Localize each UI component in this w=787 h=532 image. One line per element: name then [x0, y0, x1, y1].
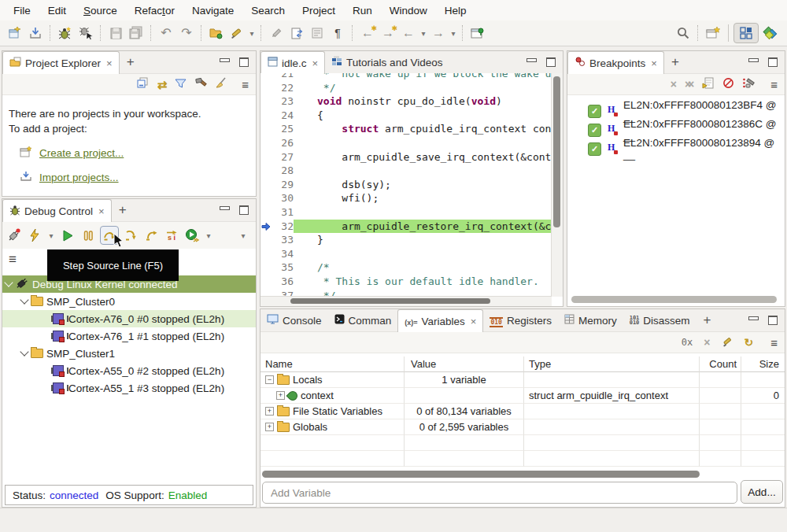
tab-console[interactable]: Console — [260, 309, 328, 331]
pin-editor-icon[interactable] — [467, 24, 488, 42]
tab-variables[interactable]: (x)=Variables× — [397, 309, 483, 332]
minimize-icon[interactable] — [748, 316, 759, 320]
new-view-tab-button[interactable]: + — [696, 309, 719, 331]
add-variable-input[interactable] — [262, 482, 737, 504]
column-header-count[interactable]: Count — [700, 357, 741, 372]
maximize-icon[interactable] — [768, 316, 778, 325]
forward-history-chevron-icon[interactable]: ▾ — [449, 29, 458, 38]
remove-breakpoint-icon[interactable]: × — [671, 78, 677, 91]
code-line[interactable]: 30 wfi(); — [260, 191, 552, 205]
skip-all-breakpoints-icon[interactable] — [722, 77, 734, 91]
expand-chevron-icon[interactable] — [20, 347, 28, 356]
add-variable-button[interactable]: Add... — [741, 480, 783, 504]
breakpoint-row[interactable]: ✓HEL2N:0xFFFF800080123894 @ __ — [567, 139, 785, 158]
code-line[interactable]: 28 — [260, 164, 552, 178]
show-whitespace-icon[interactable]: ¶ — [327, 24, 348, 42]
toolbar-overflow-chevron-icon[interactable]: ▾ — [238, 231, 248, 240]
new-window-icon[interactable] — [5, 24, 25, 42]
minimize-icon[interactable] — [220, 206, 230, 210]
tree-item-core[interactable]: Cortex-A55_0 #2 stopped (EL2h) — [2, 362, 256, 379]
view-menu-icon[interactable]: ≡ — [770, 78, 778, 91]
menu-source[interactable]: Source — [75, 2, 126, 19]
variables-row[interactable]: +File Static Variables0 of 80,134 variab… — [260, 404, 785, 419]
maximize-icon[interactable] — [239, 205, 249, 215]
variables-horizontal-scrollbar[interactable] — [262, 471, 700, 478]
menu-navigate[interactable]: Navigate — [183, 2, 242, 19]
back-icon[interactable]: ← — [398, 24, 419, 42]
collapse-all-icon[interactable] — [137, 77, 150, 91]
last-edit-back-icon[interactable]: ←✱ — [357, 24, 378, 42]
tree-item-core[interactable]: Cortex-A55_1 #3 stopped (EL2h) — [2, 379, 256, 397]
scrollbar-thumb[interactable] — [571, 296, 777, 303]
go-to-file-icon[interactable] — [702, 77, 715, 91]
save-all-icon[interactable] — [126, 24, 146, 42]
connect-chevron-icon[interactable]: ▾ — [46, 231, 56, 240]
menu-edit[interactable]: Edit — [39, 2, 75, 19]
back-history-chevron-icon[interactable]: ▾ — [419, 29, 428, 38]
remove-icon[interactable]: × — [704, 336, 710, 349]
save-icon[interactable] — [105, 24, 126, 42]
open-element-icon[interactable] — [206, 24, 227, 42]
compare-doc-icon[interactable] — [286, 24, 307, 42]
run-to-chevron-icon[interactable]: ▾ — [204, 231, 213, 240]
menu-refactor[interactable]: Refactor — [126, 2, 183, 19]
code-line[interactable]: 33} — [260, 233, 552, 247]
tab-tutorials-and-videos[interactable]: Tutorials and Videos — [325, 51, 449, 73]
tree-item-cluster[interactable]: SMP_Cluster0 — [2, 293, 256, 310]
refresh-icon[interactable]: ↻ — [745, 337, 754, 348]
code-line[interactable]: 29 dsb(sy); — [260, 178, 552, 192]
code-line[interactable]: 27 arm_cpuidle_save_irq_context(&context… — [260, 150, 552, 164]
editor-horizontal-scrollbar[interactable] — [260, 296, 552, 306]
remove-all-breakpoints-icon[interactable]: ×× — [685, 78, 691, 91]
maximize-icon[interactable] — [546, 57, 556, 67]
tree-item-core[interactable]: Cortex-A76_1 #1 stopped (EL2h) — [2, 327, 256, 345]
broom-icon[interactable] — [215, 77, 227, 91]
new-view-tab-button[interactable]: + — [120, 51, 142, 73]
code-line[interactable]: 24{ — [260, 109, 552, 123]
code-line[interactable]: 26 — [260, 136, 552, 150]
run-to-button[interactable] — [183, 227, 201, 244]
tab-disassem[interactable]: 101010Disassem — [623, 309, 696, 331]
minimize-icon[interactable] — [220, 58, 230, 62]
expand-chevron-icon[interactable] — [20, 295, 28, 304]
plus-expander-icon[interactable]: + — [265, 407, 274, 416]
minimize-icon[interactable] — [748, 58, 759, 62]
maximize-icon[interactable] — [768, 57, 778, 67]
breakpoint-enabled-checkbox[interactable]: ✓ — [588, 124, 601, 137]
console-view-icon[interactable] — [307, 24, 327, 42]
chevron-down-icon[interactable]: ▾ — [247, 29, 257, 38]
code-editor[interactable]: 21 * not wake up if we block the wake up… — [260, 73, 552, 297]
development-perspective-button[interactable] — [759, 24, 782, 42]
step-out-button[interactable] — [142, 227, 160, 244]
undo-icon[interactable]: ↶ — [156, 24, 176, 42]
code-line[interactable]: 34 — [260, 247, 552, 261]
variables-row[interactable]: −Locals1 variable — [260, 372, 785, 388]
minimize-icon[interactable] — [527, 58, 537, 62]
search-pen-icon[interactable] — [227, 24, 247, 42]
redo-icon[interactable]: ↷ — [176, 24, 197, 42]
tree-item-core[interactable]: Cortex-A76_0 #0 stopped (EL2h) — [2, 310, 256, 327]
close-icon[interactable]: × — [312, 57, 319, 69]
view-menu-icon[interactable]: ≡ — [770, 336, 778, 349]
scrollbar-thumb[interactable] — [290, 298, 490, 304]
code-line[interactable]: 21 * not wake up if we block the wake up — [260, 73, 552, 81]
new-view-tab-button[interactable]: + — [664, 51, 686, 73]
column-header-value[interactable]: Value — [405, 357, 524, 372]
tree-item-cluster[interactable]: SMP_Cluster1 — [2, 345, 256, 362]
forward-icon[interactable]: → — [428, 24, 449, 42]
breakpoints-horizontal-scrollbar[interactable] — [569, 296, 783, 303]
hex-format-button[interactable]: 0x — [682, 337, 693, 348]
new-view-tab-button[interactable]: + — [112, 199, 134, 221]
tab-memory[interactable]: Memory — [558, 309, 623, 331]
plus-expander-icon[interactable]: + — [265, 423, 274, 431]
menu-help[interactable]: Help — [436, 2, 475, 19]
close-icon[interactable]: × — [471, 316, 477, 327]
next-edit-forward-icon[interactable]: →✱ — [378, 24, 398, 42]
tab-project-explorer[interactable]: Project Explorer × — [2, 51, 120, 74]
tab-breakpoints[interactable]: Breakpoints × — [567, 51, 664, 74]
code-line[interactable]: 36 * This is our default idle handler. — [260, 275, 552, 289]
code-line[interactable]: 25 struct arm_cpuidle_irq_context contex… — [260, 122, 552, 136]
column-header-size[interactable]: Size — [741, 357, 785, 372]
expand-chevron-icon[interactable] — [4, 278, 13, 286]
link-with-editor-icon[interactable]: ⇄ — [157, 79, 168, 91]
